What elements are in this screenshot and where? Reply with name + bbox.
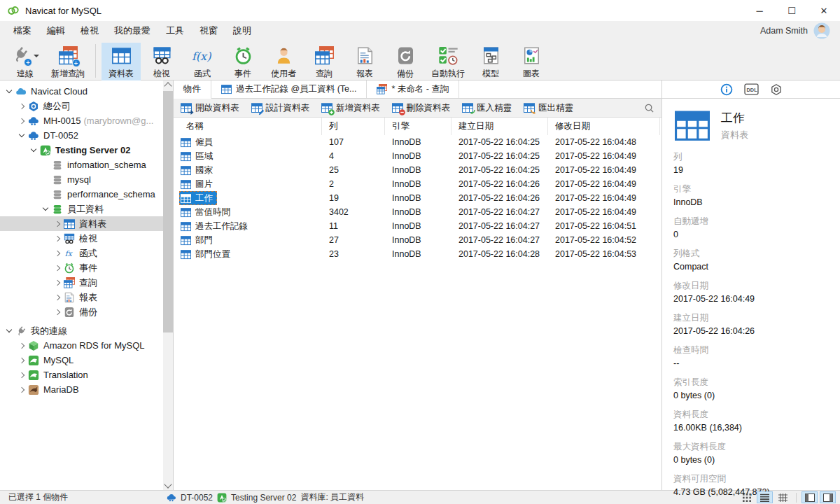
view-detail-button[interactable] <box>775 491 791 503</box>
scrollbar-thumb[interactable] <box>163 91 173 332</box>
chevron-right-icon[interactable] <box>52 233 64 244</box>
tab-untitled-query[interactable]: * 未命名 - 查詢 <box>367 80 459 98</box>
toolbar-backup[interactable]: 備份 <box>386 43 425 83</box>
tree-item-infomation-schema[interactable]: infomation_schema <box>0 158 173 172</box>
user-name[interactable]: Adam Smith <box>760 26 808 36</box>
new-table-button[interactable]: 新增資料表 <box>321 102 380 114</box>
design-table-button[interactable]: 設計資料表 <box>251 102 310 114</box>
menu-help[interactable]: 說明 <box>225 24 259 37</box>
tree-item-my-connections[interactable]: 我的連線 <box>0 323 173 338</box>
tree-item-backups[interactable]: 備份 <box>0 304 173 319</box>
menu-window[interactable]: 視窗 <box>192 24 225 37</box>
toggle-right-panel-button[interactable] <box>820 491 836 503</box>
sidebar-scrollbar[interactable] <box>163 80 173 490</box>
chevron-down-icon[interactable] <box>4 86 15 97</box>
view-list-button[interactable] <box>757 491 773 503</box>
menu-edit[interactable]: 編輯 <box>39 24 73 37</box>
avatar[interactable] <box>813 22 830 39</box>
toolbar-functions[interactable]: 函式 <box>183 43 222 83</box>
tree-item-mysql-conn[interactable]: MySQL <box>0 353 173 368</box>
close-button[interactable]: ✕ <box>808 0 840 21</box>
tree-item-testing-server-02[interactable]: Testing Server 02 <box>0 143 173 158</box>
table-row[interactable]: 國家 25 InnoDB 2017-05-22 16:04:25 2017-05… <box>174 163 662 177</box>
table-row-selected[interactable]: 工作 19 InnoDB 2017-05-22 16:04:26 2017-05… <box>174 191 662 205</box>
chevron-right-icon[interactable] <box>52 262 64 274</box>
column-header-rows[interactable]: 列 <box>322 118 385 135</box>
menu-tools[interactable]: 工具 <box>158 24 192 37</box>
tab-table-history[interactable]: 過去工作記錄 @員工資料 (Te... <box>211 80 367 98</box>
import-wizard-button[interactable]: 匯入精靈 <box>462 102 512 114</box>
minimize-button[interactable]: ─ <box>743 0 776 21</box>
table-row[interactable]: 圖片 2 InnoDB 2017-05-22 16:04:26 2017-05-… <box>174 177 662 191</box>
tree-item-mariadb-conn[interactable]: MariaDB <box>0 382 173 397</box>
toolbar-model[interactable]: 模型 <box>471 43 510 83</box>
maximize-button[interactable]: ☐ <box>776 0 808 21</box>
chevron-down-icon[interactable] <box>41 204 52 215</box>
scroll-down-icon[interactable] <box>164 480 172 488</box>
tree-item-queries[interactable]: 查詢 <box>0 275 173 290</box>
menu-favorites[interactable]: 我的最愛 <box>106 24 158 37</box>
column-header-name[interactable]: 名稱 <box>174 118 322 135</box>
tree-item-navicat-cloud[interactable]: Navicat Cloud <box>0 84 173 99</box>
toolbar-automation[interactable]: 自動執行 <box>426 43 470 83</box>
tree-item-mh-0015[interactable]: MH-0015 (marybrown@g... <box>0 113 173 128</box>
menu-file[interactable]: 檔案 <box>6 24 39 37</box>
export-wizard-button[interactable]: 匯出精靈 <box>524 102 573 114</box>
tree-item-dt-0052[interactable]: DT-0052 <box>0 128 173 143</box>
column-header-created[interactable]: 建立日期 <box>451 118 548 135</box>
chevron-right-icon[interactable] <box>17 340 28 351</box>
toolbar-charts[interactable]: 圖表 <box>512 43 551 83</box>
selected-table-name[interactable]: 工作 <box>179 191 217 205</box>
toolbar-events[interactable]: 事件 <box>223 43 262 83</box>
chevron-right-icon[interactable] <box>52 277 64 288</box>
tree-item-views[interactable]: 檢視 <box>0 231 173 246</box>
tree-item-mysql-db[interactable]: mysql <box>0 172 173 187</box>
info-icon[interactable] <box>720 83 733 96</box>
ddl-icon[interactable]: DDL <box>744 83 759 95</box>
toolbar-tables[interactable]: 資料表 <box>102 43 141 83</box>
chevron-right-icon[interactable] <box>52 218 64 230</box>
chevron-right-icon[interactable] <box>17 115 28 127</box>
chevron-right-icon[interactable] <box>17 384 28 396</box>
chevron-right-icon[interactable] <box>52 307 64 318</box>
chevron-right-icon[interactable] <box>17 101 28 112</box>
toggle-left-panel-button[interactable] <box>802 491 818 503</box>
tree-item-reports[interactable]: 報表 <box>0 290 173 304</box>
table-row[interactable]: 部門位置 23 InnoDB 2017-05-22 16:04:28 2017-… <box>174 247 662 261</box>
search-icon[interactable] <box>644 103 654 113</box>
tree-item-employee-db[interactable]: 員工資料 <box>0 202 173 216</box>
scroll-up-icon[interactable] <box>164 82 172 90</box>
delete-table-button[interactable]: 刪除資料表 <box>392 102 451 114</box>
table-row[interactable]: 區域 4 InnoDB 2017-05-22 16:04:25 2017-05-… <box>174 149 662 163</box>
tree-item-head-office[interactable]: 總公司 <box>0 99 173 113</box>
tree-item-events[interactable]: 事件 <box>0 260 173 275</box>
table-row[interactable]: 當值時間 3402 InnoDB 2017-05-22 16:04:27 201… <box>174 205 662 219</box>
table-row[interactable]: 部門 27 InnoDB 2017-05-22 16:04:27 2017-05… <box>174 233 662 247</box>
chevron-down-icon[interactable] <box>29 145 40 156</box>
chevron-right-icon[interactable] <box>17 355 28 366</box>
menu-view[interactable]: 檢視 <box>73 24 106 37</box>
toolbar-views[interactable]: 檢視 <box>142 43 181 83</box>
chevron-down-icon[interactable] <box>17 130 28 141</box>
chevron-down-icon[interactable] <box>4 326 15 337</box>
tree-item-amazon-rds[interactable]: Amazon RDS for MySQL <box>0 338 173 353</box>
toolbar-users[interactable]: 使用者 <box>264 43 303 83</box>
tree-item-functions[interactable]: 函式 <box>0 246 173 260</box>
open-table-button[interactable]: 開啟資料表 <box>181 102 239 114</box>
tree-item-performance-schema[interactable]: performance_schema <box>0 187 173 202</box>
chevron-right-icon[interactable] <box>52 248 64 259</box>
options-hexagon-icon[interactable] <box>770 83 783 96</box>
chevron-right-icon[interactable] <box>17 370 28 381</box>
tab-objects[interactable]: 物件 <box>174 80 211 99</box>
tree-item-translation-conn[interactable]: Translation <box>0 368 173 382</box>
view-grid-button[interactable] <box>738 491 755 503</box>
column-header-modified[interactable]: 修改日期 <box>548 118 660 135</box>
toolbar-queries[interactable]: 查詢 <box>304 43 344 83</box>
chevron-right-icon[interactable] <box>52 292 64 303</box>
table-row[interactable]: 僱員 107 InnoDB 2017-05-22 16:04:25 2017-0… <box>174 135 662 149</box>
column-header-engine[interactable]: 引擎 <box>385 118 451 135</box>
toolbar-reports[interactable]: 報表 <box>345 43 384 83</box>
toolbar-connection[interactable]: + 連線 <box>6 43 45 83</box>
table-row[interactable]: 過去工作記錄 11 InnoDB 2017-05-22 16:04:27 201… <box>174 219 662 233</box>
tree-item-tables[interactable]: 資料表 <box>0 216 173 231</box>
